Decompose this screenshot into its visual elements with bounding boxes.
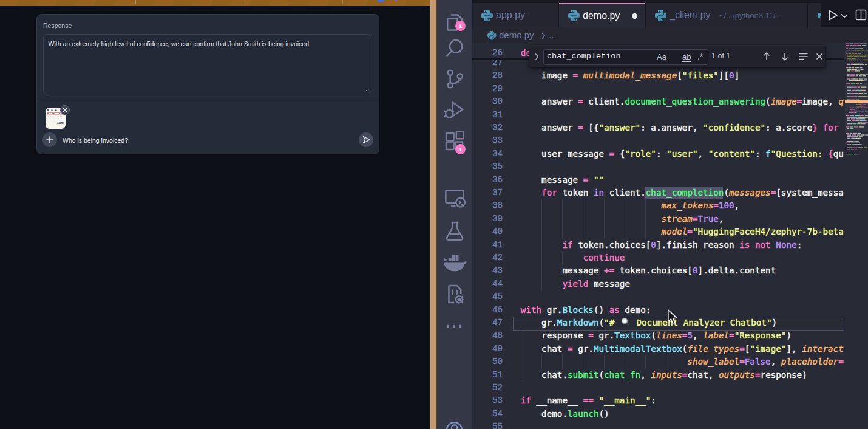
svg-text:Sum: Sum bbox=[57, 121, 64, 125]
